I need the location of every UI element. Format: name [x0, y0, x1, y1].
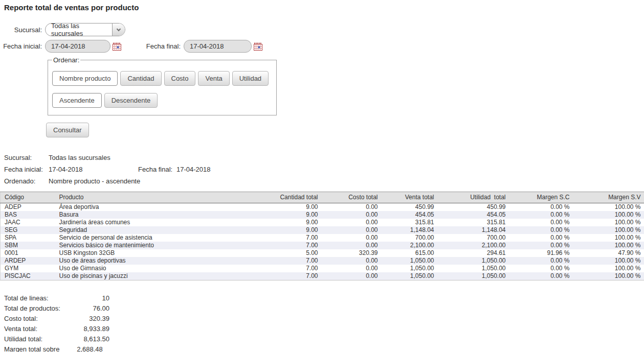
table-cell: 0.00 % [509, 242, 573, 249]
fecha-final-label: Fecha final: [146, 42, 181, 50]
table-cell: PISCJAC [1, 272, 55, 280]
table-cell: 0.00 [322, 257, 382, 265]
sucursal-label: Sucursal: [0, 26, 42, 34]
table-cell: 9.00 [267, 211, 322, 219]
report-summary: Sucursal: Todas las sucursales Fecha ini… [4, 152, 644, 187]
table-row: ARDEPUso de áreas deportivas7.000.001,05… [1, 257, 644, 265]
table-cell: JAAC [1, 219, 55, 226]
table-cell: 454.05 [438, 211, 509, 219]
table-cell: 0.00 [322, 219, 382, 226]
table-cell: 1,050.00 [438, 257, 509, 265]
sort-button-nombre-producto[interactable]: Nombre producto [52, 71, 118, 86]
table-cell: 0.00 % [509, 226, 573, 234]
table-cell: 0.00 % [509, 219, 573, 226]
table-cell: 1,050.00 [438, 265, 509, 272]
table-cell: 100.00 % [573, 257, 644, 265]
table-cell: 100.00 % [573, 272, 644, 280]
table-cell: Seguridad [55, 226, 267, 234]
table-cell: 0.00 % [509, 272, 573, 280]
column-header-producto: Producto [55, 192, 267, 203]
totals-row: Costo total:320.39 [4, 314, 109, 324]
table-cell: 91.96 % [509, 249, 573, 257]
fecha-final-input[interactable] [184, 40, 252, 53]
sort-button-costo[interactable]: Costo [164, 71, 196, 86]
table-cell: 7.00 [267, 242, 322, 249]
table-cell: 100.00 % [573, 219, 644, 226]
consultar-button[interactable]: Consultar [46, 123, 89, 137]
table-cell: 7.00 [267, 234, 322, 242]
table-cell: 9.00 [267, 203, 322, 212]
summary-fecha-inicial-value: 17-04-2018 [49, 163, 138, 175]
table-cell: 0.00 % [509, 203, 573, 212]
table-cell: SBM [1, 242, 55, 249]
table-cell: 5.00 [267, 249, 322, 257]
table-cell: 100.00 % [573, 203, 644, 212]
table-row: SBMServicios básico de mantenimiento7.00… [1, 242, 644, 249]
table-cell: 100.00 % [573, 234, 644, 242]
table-cell: 1,148.04 [382, 226, 438, 234]
table-cell: 9.00 [267, 219, 322, 226]
table-cell: 100.00 % [573, 211, 644, 219]
table-cell: Basura [55, 211, 267, 219]
summary-sucursal-label: Sucursal: [4, 152, 49, 163]
table-cell: 2,100.00 [438, 242, 509, 249]
table-cell: SPA [1, 234, 55, 242]
totals-block: Total de lineas:10Total de productos:76.… [4, 293, 644, 352]
sucursal-select[interactable]: Todas las sucursales [45, 23, 125, 36]
table-cell: SEG [1, 226, 55, 234]
table-cell: Uso de Gimnasio [55, 265, 267, 272]
column-header-margen-s-c: Margen S.C [509, 192, 573, 203]
table-cell: 7.00 [267, 265, 322, 272]
fecha-inicial-label: Fecha inicial: [0, 42, 42, 50]
table-row: JAACJardinería áreas comunes9.000.00315.… [1, 219, 644, 226]
total-value: 76.00 [93, 303, 109, 314]
table-cell: 7.00 [267, 272, 322, 280]
table-cell: 0.00 [322, 211, 382, 219]
total-label: Margen total sobre costo: [4, 344, 77, 352]
table-cell: BAS [1, 211, 55, 219]
totals-row: Utilidad total:8,613.50 [4, 334, 109, 344]
table-cell: 315.81 [382, 219, 438, 226]
ordenar-fieldset: Ordenar: Nombre productoCantidadCostoVen… [48, 56, 277, 115]
table-cell: 100.00 % [573, 265, 644, 272]
direction-button-ascendente[interactable]: Ascendente [52, 93, 102, 108]
sort-button-cantidad[interactable]: Cantidad [120, 71, 161, 86]
direction-button-descendente[interactable]: Descendente [104, 93, 158, 108]
table-cell: 1,148.04 [438, 226, 509, 234]
chevron-down-icon [112, 24, 125, 36]
table-row: ADEPÁrea deportiva9.000.00450.99450.990.… [1, 203, 644, 212]
table-cell: 0.00 [322, 242, 382, 249]
table-cell: 700.00 [382, 234, 438, 242]
table-cell: Servicios básico de mantenimiento [55, 242, 267, 249]
total-label: Total de productos: [4, 303, 60, 314]
sort-button-venta[interactable]: Venta [198, 71, 229, 86]
table-cell: 9.00 [267, 226, 322, 234]
sucursal-select-value: Todas las sucursales [46, 23, 112, 36]
table-row: 0001USB Kingston 32GB5.00320.39615.00294… [1, 249, 644, 257]
table-cell: 320.39 [322, 249, 382, 257]
table-cell: 0001 [1, 249, 55, 257]
sort-button-utilidad[interactable]: Utilidad [232, 71, 269, 86]
table-cell: 0.00 % [509, 257, 573, 265]
fecha-inicial-input[interactable] [45, 40, 110, 53]
total-value: 8,613.50 [83, 334, 109, 344]
table-cell: 1,050.00 [382, 272, 438, 280]
totals-row: Total de productos:76.00 [4, 303, 109, 314]
total-label: Costo total: [4, 314, 38, 324]
table-cell: 0.00 % [509, 234, 573, 242]
table-cell: 7.00 [267, 257, 322, 265]
fecha-inicial-calendar-button[interactable] [113, 42, 121, 51]
table-cell: ADEP [1, 203, 55, 212]
column-header-venta-total: Venta total [382, 192, 438, 203]
total-value: 2,688.48 % [77, 344, 109, 352]
table-cell: 1,050.00 [438, 272, 509, 280]
fecha-final-calendar-button[interactable] [254, 42, 262, 51]
table-cell: USB Kingston 32GB [55, 249, 267, 257]
table-cell: 450.99 [438, 203, 509, 212]
table-cell: 47.90 % [573, 249, 644, 257]
table-cell: 100.00 % [573, 242, 644, 249]
total-value: 320.39 [89, 314, 109, 324]
table-cell: GYM [1, 265, 55, 272]
table-cell: 0.00 % [509, 265, 573, 272]
table-cell: 454.05 [382, 211, 438, 219]
